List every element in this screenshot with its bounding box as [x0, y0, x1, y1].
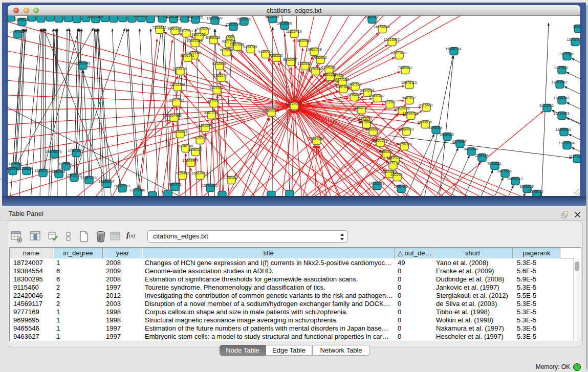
svg-text:11124: 11124	[573, 25, 580, 28]
svg-text:15692991: 15692991	[555, 128, 571, 132]
svg-text:15809934: 15809934	[182, 159, 198, 162]
svg-text:19166825: 19166825	[171, 130, 187, 134]
svg-text:3024554: 3024554	[360, 89, 374, 92]
svg-text:11675338: 11675338	[569, 155, 580, 158]
svg-text:7357224: 7357224	[226, 23, 239, 26]
svg-text:1640954: 1640954	[428, 126, 442, 129]
svg-text:9227342: 9227342	[554, 66, 568, 70]
svg-text:9777169: 9777169	[335, 78, 349, 81]
svg-text:15716485: 15716485	[202, 184, 217, 187]
svg-text:12975115: 12975115	[401, 81, 417, 84]
svg-text:9745: 9745	[334, 74, 342, 77]
svg-text:5938923: 5938923	[440, 133, 453, 136]
svg-text:2087682: 2087682	[364, 16, 378, 19]
svg-text:486372: 486372	[355, 106, 366, 110]
svg-text:29053346: 29053346	[74, 61, 90, 65]
svg-text:10961758: 10961758	[306, 48, 321, 51]
svg-text:8213955: 8213955	[539, 104, 553, 107]
svg-text:19218506: 19218506	[276, 21, 292, 25]
svg-text:10688609: 10688609	[364, 127, 380, 131]
svg-text:16120746: 16120746	[386, 156, 402, 160]
svg-text:15640910: 15640910	[295, 39, 311, 42]
svg-text:8186328: 8186328	[206, 36, 220, 39]
svg-text:15751074: 15751074	[567, 38, 580, 41]
svg-text:17957223: 17957223	[80, 176, 96, 180]
svg-text:8454749: 8454749	[243, 45, 257, 49]
svg-text:2405572: 2405572	[14, 18, 28, 21]
svg-text:4572047: 4572047	[358, 117, 372, 120]
svg-text:7462612: 7462612	[347, 82, 361, 86]
svg-text:8813054: 8813054	[265, 16, 279, 18]
svg-text:20206576: 20206576	[46, 150, 61, 154]
svg-text:9245652: 9245652	[519, 185, 533, 188]
svg-text:10553267: 10553267	[133, 16, 148, 17]
svg-text:3915341: 3915341	[8, 167, 19, 170]
svg-text:1615132: 1615132	[385, 161, 399, 165]
svg-text:10807487: 10807487	[368, 94, 384, 98]
svg-text:25300293: 25300293	[263, 108, 278, 112]
svg-text:16053809: 16053809	[206, 16, 222, 20]
svg-text:1435061: 1435061	[8, 162, 22, 166]
svg-text:8878332: 8878332	[192, 136, 206, 140]
svg-text:7625402: 7625402	[175, 171, 189, 175]
svg-text:9896141: 9896141	[180, 54, 194, 57]
svg-text:9084067: 9084067	[379, 150, 393, 154]
svg-text:9129966: 9129966	[559, 52, 573, 56]
svg-text:13495758: 13495758	[402, 112, 418, 115]
svg-text:9474444: 9474444	[464, 147, 477, 151]
svg-text:17016504: 17016504	[558, 141, 574, 145]
svg-text:8322037: 8322037	[283, 58, 297, 61]
svg-text:18724007: 18724007	[286, 102, 301, 105]
svg-text:3267130: 3267130	[204, 111, 217, 115]
svg-text:19384554: 19384554	[308, 137, 324, 140]
svg-text:7955812: 7955812	[313, 56, 326, 59]
svg-text:9463627: 9463627	[402, 96, 416, 100]
svg-text:16107553: 16107553	[168, 98, 184, 102]
svg-text:417006: 417006	[207, 99, 219, 103]
svg-text:16914479: 16914479	[191, 171, 207, 175]
svg-text:16154808: 16154808	[374, 25, 389, 29]
svg-text:19654923: 19654923	[398, 127, 413, 131]
svg-text:3875685: 3875685	[219, 48, 233, 52]
svg-text:10654112: 10654112	[507, 177, 523, 181]
svg-text:23993148: 23993148	[9, 30, 25, 34]
svg-text:7485063: 7485063	[398, 66, 411, 70]
svg-text:20691406: 20691406	[87, 16, 103, 18]
svg-text:1546: 1546	[226, 35, 234, 39]
svg-text:10025438: 10025438	[394, 106, 409, 110]
svg-text:12905135: 12905135	[66, 173, 81, 177]
svg-text:8990448: 8990448	[308, 67, 322, 71]
svg-text:9827503: 9827503	[191, 33, 205, 36]
svg-text:2803144: 2803144	[213, 74, 227, 77]
svg-text:12093822: 12093822	[551, 80, 567, 84]
svg-text:18807249: 18807249	[372, 139, 387, 142]
svg-text:1733426: 1733426	[394, 185, 407, 188]
svg-text:9975867: 9975867	[58, 162, 72, 166]
svg-text:1156829: 1156829	[19, 167, 33, 170]
svg-text:7563822: 7563822	[152, 26, 166, 29]
svg-text:19654985: 19654985	[165, 114, 181, 117]
svg-text:8427552: 8427552	[209, 86, 223, 90]
svg-text:6794028: 6794028	[321, 65, 335, 69]
svg-text:9146821: 9146821	[258, 50, 272, 54]
svg-text:16782759: 16782759	[114, 184, 129, 188]
svg-text:2867608: 2867608	[230, 42, 244, 46]
svg-text:9242848: 9242848	[212, 62, 226, 65]
svg-text:11353594: 11353594	[197, 124, 213, 127]
svg-text:11325419: 11325419	[286, 30, 302, 33]
svg-text:10973493: 10973493	[390, 51, 406, 55]
svg-text:1736462: 1736462	[224, 176, 237, 180]
svg-text:12942737: 12942737	[34, 169, 50, 172]
svg-text:7538520: 7538520	[269, 54, 282, 57]
svg-text:10046788: 10046788	[177, 144, 193, 148]
svg-text:6879197: 6879197	[452, 140, 466, 143]
svg-text:9876543: 9876543	[359, 120, 373, 124]
svg-text:19756928: 19756928	[396, 142, 411, 146]
svg-text:2036442: 2036442	[346, 93, 360, 97]
svg-text:12444158: 12444158	[553, 96, 569, 100]
svg-text:7515526: 7515526	[236, 17, 250, 21]
svg-text:252254: 252254	[390, 173, 402, 177]
svg-text:8471676: 8471676	[497, 169, 511, 173]
svg-text:8912953: 8912953	[179, 29, 192, 33]
svg-text:62160: 62160	[384, 100, 395, 104]
